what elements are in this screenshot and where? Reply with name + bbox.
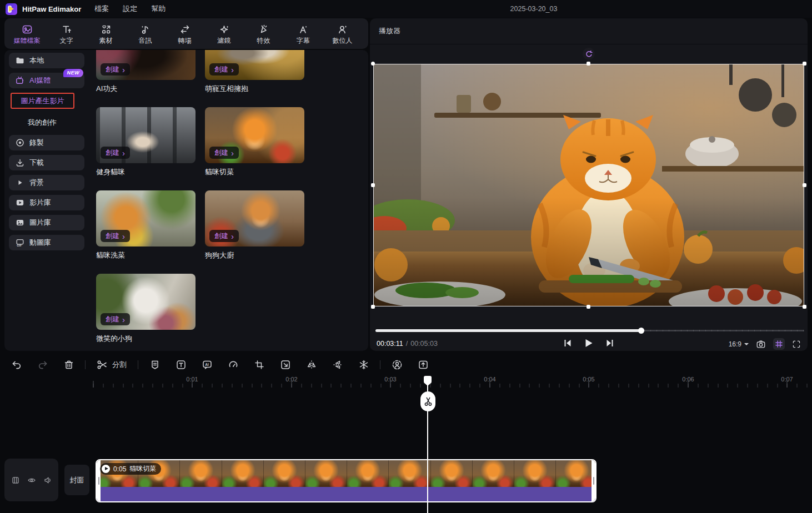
crop-icon[interactable] bbox=[246, 359, 272, 370]
timeline-clip[interactable]: 0:05 猫咪切菜 bbox=[96, 459, 597, 502]
media-title: 萌寵互相擁抱 bbox=[205, 84, 304, 94]
redo-icon[interactable] bbox=[29, 359, 56, 370]
progress-knob[interactable] bbox=[638, 328, 644, 334]
player-controls: 00:03:11 / 00:05:03 16:9 bbox=[370, 337, 808, 351]
video-track-icon[interactable] bbox=[11, 476, 20, 485]
player-progress-bar[interactable] bbox=[375, 327, 804, 334]
grid-overlay-icon[interactable] bbox=[773, 338, 785, 350]
media-thumbnail-smiling-puppy[interactable]: 創建› bbox=[96, 274, 196, 330]
scale-icon[interactable] bbox=[272, 359, 298, 370]
tab-media[interactable]: 媒體檔案 bbox=[7, 23, 47, 44]
progress-fill bbox=[375, 329, 641, 332]
next-frame-button[interactable] bbox=[607, 339, 614, 347]
sidebar-item-label: 下載 bbox=[29, 158, 44, 168]
playhead-handle[interactable] bbox=[424, 376, 432, 383]
undo-icon[interactable] bbox=[3, 359, 29, 370]
tab-avatar[interactable]: 數位人 bbox=[323, 23, 362, 44]
text-icon bbox=[61, 23, 72, 36]
create-button[interactable]: 創建› bbox=[209, 230, 239, 242]
delete-icon[interactable] bbox=[56, 359, 82, 370]
chevron-down-icon bbox=[744, 343, 749, 345]
ai-subtitle-icon[interactable]: AI bbox=[194, 359, 220, 370]
create-button[interactable]: 創建› bbox=[101, 147, 130, 159]
selection-handle-left[interactable] bbox=[371, 183, 375, 187]
clip-frame bbox=[180, 460, 222, 487]
sidebar-item-label: 錄製 bbox=[29, 138, 44, 148]
media-card: 創建› AI功夫 bbox=[96, 50, 196, 107]
selection-handle-bottom-left[interactable] bbox=[371, 305, 375, 309]
playhead-scissors-icon[interactable] bbox=[420, 391, 435, 411]
eye-icon[interactable] bbox=[27, 476, 36, 485]
tab-filter[interactable]: 濾鏡 bbox=[204, 23, 244, 44]
sidebar-item-background[interactable]: 背景 bbox=[9, 175, 84, 190]
media-thumbnail-ai-kungfu[interactable]: 創建› bbox=[96, 50, 196, 80]
play-button[interactable] bbox=[585, 339, 593, 348]
avatar-tool-icon[interactable] bbox=[384, 359, 410, 370]
sidebar-item-record[interactable]: 錄製 bbox=[9, 135, 84, 150]
freeze-frame-icon[interactable] bbox=[350, 359, 377, 370]
chevron-right-icon: › bbox=[122, 66, 125, 74]
media-card: 創建› 貓咪切菜 bbox=[205, 107, 304, 190]
create-button[interactable]: 創建› bbox=[209, 147, 239, 159]
tab-subtitle[interactable]: 字幕 bbox=[283, 23, 323, 44]
clip-audio-track[interactable] bbox=[97, 487, 595, 501]
selection-handle-top[interactable] bbox=[587, 62, 590, 66]
menu-settings[interactable]: 設定 bbox=[123, 4, 137, 14]
fullscreen-icon[interactable] bbox=[792, 340, 801, 349]
speed-icon[interactable] bbox=[220, 359, 246, 370]
previous-frame-button[interactable] bbox=[564, 339, 572, 347]
create-button[interactable]: 創建› bbox=[101, 230, 130, 242]
cover-button[interactable]: 封面 bbox=[64, 465, 89, 495]
tab-elements[interactable]: 素材 bbox=[86, 23, 126, 44]
selection-handle-right[interactable] bbox=[803, 183, 806, 187]
export-clip-icon[interactable] bbox=[410, 359, 436, 370]
scissors-icon bbox=[97, 359, 108, 370]
media-thumbnail-gym-cat[interactable]: 創建› bbox=[96, 107, 196, 163]
sidebar-item-image-library[interactable]: 圖片庫 bbox=[9, 215, 84, 230]
tab-audio[interactable]: 音訊 bbox=[126, 23, 165, 44]
media-thumbnail-cat-washing[interactable]: 創建› bbox=[96, 190, 196, 247]
snapshot-camera-icon[interactable] bbox=[756, 339, 766, 349]
gif-library-icon: GIF bbox=[16, 238, 24, 247]
rotate-handle-icon[interactable] bbox=[583, 48, 595, 60]
selection-handle-top-left[interactable] bbox=[371, 62, 375, 66]
menu-help[interactable]: 幫助 bbox=[151, 4, 166, 14]
split-button[interactable]: 分割 bbox=[89, 359, 134, 370]
create-button[interactable]: 創建› bbox=[101, 313, 130, 325]
menu-file[interactable]: 檔案 bbox=[94, 4, 109, 14]
chevron-right-icon: › bbox=[231, 149, 234, 157]
tab-effects[interactable]: 特效 bbox=[244, 23, 283, 44]
clip-trim-handle-right[interactable] bbox=[592, 460, 595, 501]
media-thumbnail-dog-chef[interactable]: 創建› bbox=[205, 190, 304, 247]
sidebar-item-ai-media[interactable]: AI媒體 NEW bbox=[9, 73, 84, 88]
speaker-icon[interactable] bbox=[43, 476, 52, 485]
media-thumbnail-pets-hug[interactable]: 創建› bbox=[205, 50, 304, 80]
video-canvas[interactable] bbox=[373, 64, 804, 306]
ruler-label: 0:06 bbox=[682, 376, 694, 383]
selection-handle-bottom[interactable] bbox=[587, 305, 590, 309]
aspect-ratio-dropdown[interactable]: 16:9 bbox=[729, 340, 749, 348]
flip-horizontal-icon[interactable] bbox=[298, 359, 324, 370]
sidebar-item-download[interactable]: 下載 bbox=[9, 155, 84, 170]
selection-handle-top-right[interactable] bbox=[803, 62, 806, 66]
media-title: 貓咪洗菜 bbox=[96, 250, 196, 260]
sidebar-item-video-library[interactable]: 影片庫 bbox=[9, 195, 84, 210]
effects-icon bbox=[258, 23, 269, 36]
tab-transition[interactable]: 轉場 bbox=[165, 23, 204, 44]
ai-media-icon bbox=[16, 76, 24, 85]
sidebar-item-label: 本地 bbox=[29, 56, 44, 66]
sidebar-item-my-creations[interactable]: 我的創作 bbox=[9, 115, 84, 130]
create-button[interactable]: 創建› bbox=[101, 63, 130, 76]
sidebar-item-local[interactable]: 本地 bbox=[9, 53, 84, 68]
timeline-ruler[interactable]: 0:01 0:02 0:03 0:04 0:05 0:06 0:07 bbox=[92, 375, 812, 389]
selection-handle-bottom-right[interactable] bbox=[803, 305, 806, 309]
media-card: 創建› 萌寵互相擁抱 bbox=[205, 50, 304, 107]
marker-icon[interactable] bbox=[142, 359, 168, 370]
sidebar-item-gif-library[interactable]: GIF 動圖庫 bbox=[9, 235, 84, 250]
text-tool-icon[interactable] bbox=[168, 359, 194, 370]
flip-vertical-icon[interactable] bbox=[324, 359, 350, 370]
tab-text[interactable]: 文字 bbox=[47, 23, 86, 44]
media-thumbnail-cat-cutting[interactable]: 創建› bbox=[205, 107, 304, 163]
create-button[interactable]: 創建› bbox=[209, 63, 239, 76]
sidebar-item-image-to-video[interactable]: 圖片產生影片 bbox=[11, 93, 74, 109]
